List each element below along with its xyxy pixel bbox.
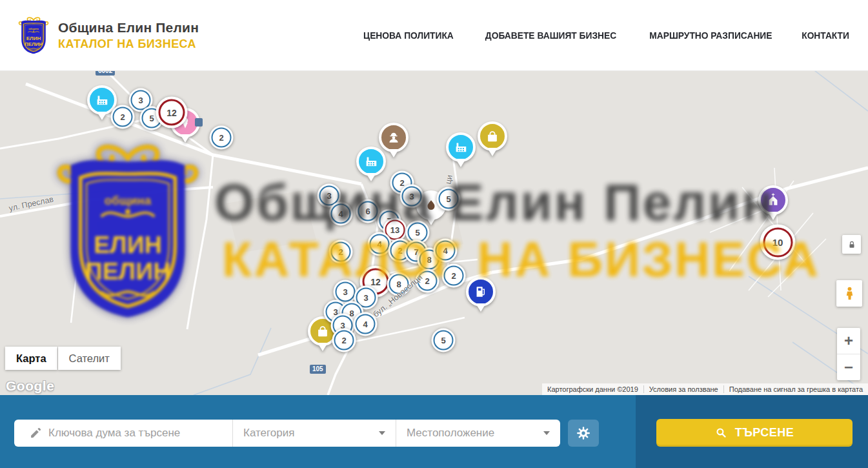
main-nav: ЦЕНОВА ПОЛИТИКАДОБАВЕТЕ ВАШИЯТ БИЗНЕСМАР… <box>359 30 851 41</box>
marker-layer: 6002105ул. Преславбул. „Новоселци"ци3251… <box>0 71 868 395</box>
pencil-icon <box>29 427 42 440</box>
road-badge: 6002 <box>96 71 115 76</box>
street-label: ци <box>443 174 454 185</box>
road-badge: 105 <box>310 365 326 374</box>
category-select[interactable]: Категория <box>232 420 396 447</box>
nav-item[interactable]: КОНТАКТИ <box>802 30 849 41</box>
chevron-down-icon <box>543 431 550 435</box>
cluster-marker[interactable]: 4 <box>329 202 353 226</box>
search-icon <box>715 427 727 439</box>
map-pin-factory-icon[interactable] <box>356 147 386 176</box>
cluster-marker[interactable]: 6 <box>356 199 380 223</box>
map-pin-church-icon[interactable] <box>758 185 788 215</box>
site-header: Община Елин Пелин КАТАЛОГ НА БИЗНЕСА ЦЕН… <box>0 0 868 71</box>
search-fieldbar: Категория Местоположение <box>14 420 560 447</box>
cluster-marker[interactable]: 2 <box>442 264 466 288</box>
keyword-section <box>14 420 232 447</box>
map-pin-factory-icon[interactable] <box>446 132 476 162</box>
cluster-marker[interactable]: 2 <box>111 105 135 129</box>
site-subtitle: КАТАЛОГ НА БИЗНЕСА <box>58 37 199 51</box>
site-title: Община Елин Пелин <box>58 20 199 36</box>
advanced-settings-button[interactable] <box>568 420 599 447</box>
nav-item[interactable]: МАРШРУТНО РАЗПИСАНИЕ <box>649 30 772 41</box>
cluster-marker[interactable]: 3 <box>400 185 424 209</box>
map-type-satellite-button[interactable]: Сателит <box>58 347 121 370</box>
cluster-marker[interactable]: 2 <box>329 240 353 264</box>
attribution-link[interactable]: Условия за ползване <box>643 385 723 393</box>
chevron-down-icon <box>379 431 385 435</box>
cluster-marker[interactable]: 4 <box>434 239 458 263</box>
cluster-marker[interactable]: 5 <box>432 329 456 352</box>
zoom-in-button[interactable]: + <box>837 328 860 354</box>
search-button-label: ТЪРСЕНЕ <box>735 426 794 440</box>
zoom-out-button[interactable]: − <box>837 354 860 380</box>
pegman-icon <box>842 286 857 301</box>
map-pin-fuel-icon[interactable] <box>466 277 496 307</box>
cluster-marker[interactable]: 4 <box>354 312 378 336</box>
attribution-text: Картографски данни ©2019 <box>542 385 643 393</box>
search-button[interactable]: ТЪРСЕНЕ <box>656 419 853 447</box>
brand-logo[interactable]: Община Елин Пелин КАТАЛОГ НА БИЗНЕСА <box>18 10 199 61</box>
zoom-control: + − <box>837 328 860 380</box>
road-badge <box>195 118 203 127</box>
cluster-marker[interactable]: 5 <box>437 187 461 211</box>
lock-control[interactable] <box>842 235 861 254</box>
location-select[interactable]: Местоположение <box>396 420 560 447</box>
lock-icon <box>847 240 856 249</box>
category-label: Категория <box>243 427 294 440</box>
gear-icon <box>576 425 591 441</box>
map-type-switch: Карта Сателит <box>5 347 121 370</box>
map-canvas[interactable]: 6002105ул. Преславбул. „Новоселци"ци3251… <box>0 71 868 395</box>
map-type-map-button[interactable]: Карта <box>5 347 57 370</box>
map-pin-bag-icon[interactable] <box>478 121 507 151</box>
municipality-crest-icon <box>18 10 49 61</box>
cluster-marker[interactable]: 10 <box>760 225 796 260</box>
cluster-marker[interactable]: 2 <box>332 329 356 352</box>
nav-item[interactable]: ДОБАВЕТЕ ВАШИЯТ БИЗНЕС <box>485 30 616 41</box>
cluster-marker[interactable]: 2 <box>210 126 234 150</box>
location-label: Местоположение <box>407 427 494 440</box>
search-bar: Категория Местоположение ТЪРСЕНЕ <box>0 395 868 468</box>
nav-item[interactable]: ЦЕНОВА ПОЛИТИКА <box>363 30 454 41</box>
attribution-link[interactable]: Подаване на сигнал за грешка в картата <box>723 385 868 393</box>
map-attribution: Картографски данни ©2019Условия за ползв… <box>542 383 868 395</box>
google-logo[interactable]: Google <box>6 378 54 394</box>
street-view-pegman[interactable] <box>836 280 862 307</box>
keyword-input[interactable] <box>48 427 219 440</box>
cluster-marker[interactable]: 12 <box>156 97 188 128</box>
street-label: ул. Преслав <box>8 195 55 213</box>
